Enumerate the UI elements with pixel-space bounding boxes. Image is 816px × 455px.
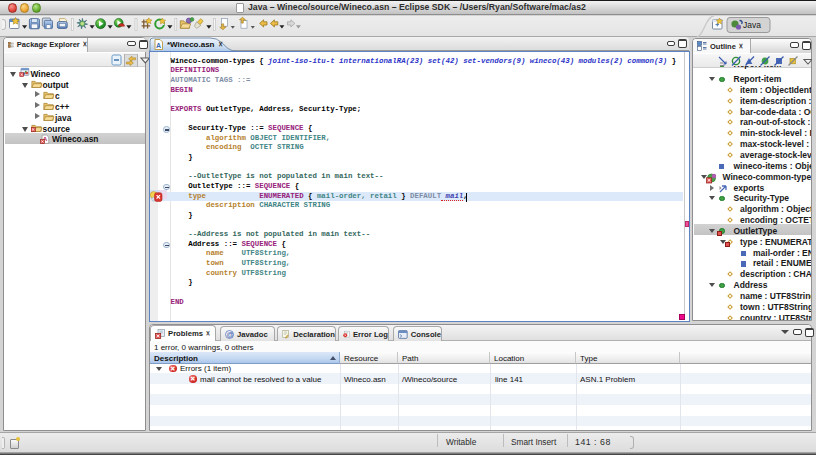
svg-text:A: A <box>156 41 161 48</box>
svg-text:@: @ <box>227 331 234 338</box>
svg-text:Java: Java <box>743 20 761 30</box>
